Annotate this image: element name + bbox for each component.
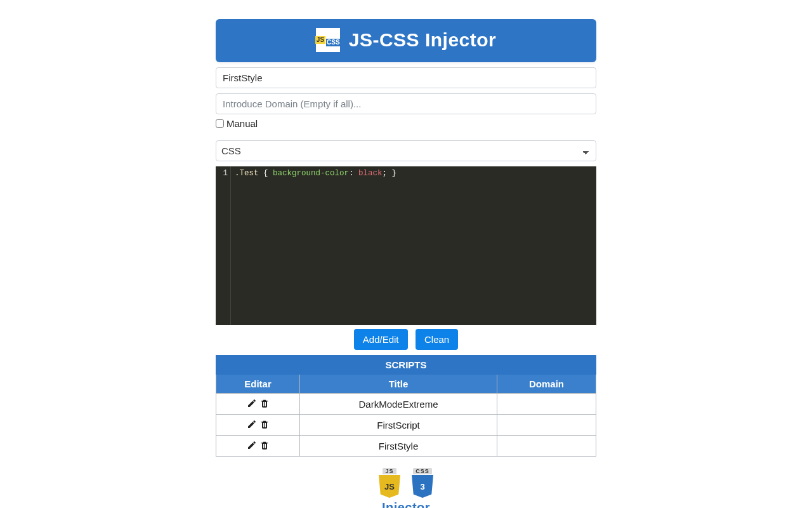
app-header: JS CSS JS-CSS Injector xyxy=(216,19,596,62)
code-colon: : xyxy=(349,169,358,178)
js-badge-icon: JS xyxy=(315,36,325,44)
scripts-table: SCRIPTS Editar Title Domain DarkModeExtr… xyxy=(216,355,596,457)
table-row: FirstStyle xyxy=(216,436,596,457)
css-shield-icon: 3 xyxy=(412,475,433,498)
domain-cell xyxy=(497,436,596,457)
manual-checkbox-row[interactable]: Manual xyxy=(216,118,596,129)
manual-label: Manual xyxy=(226,118,258,129)
title-cell: FirstScript xyxy=(300,415,497,436)
footer-title: Injector xyxy=(216,500,596,508)
code-open: { xyxy=(259,169,273,178)
table-row: FirstScript xyxy=(216,415,596,436)
edit-icon[interactable] xyxy=(246,418,258,430)
code-editor[interactable]: 1 .Test { background-color: black; } xyxy=(216,166,596,325)
js-shield-icon: JS xyxy=(379,475,400,498)
code-selector: .Test xyxy=(235,169,259,178)
editor-content[interactable]: .Test { background-color: black; } xyxy=(231,166,596,325)
edit-cell xyxy=(216,436,300,457)
edit-cell xyxy=(216,415,300,436)
table-row: DarkModeExtreme xyxy=(216,394,596,415)
title-input[interactable] xyxy=(216,67,596,88)
footer: JS JS CSS 3 Injector abcelearning.com xyxy=(216,468,596,508)
code-value: black xyxy=(358,169,383,178)
code-end: ; } xyxy=(383,169,397,178)
edit-icon[interactable] xyxy=(246,398,258,409)
title-cell: DarkModeExtreme xyxy=(300,394,497,415)
css-label: CSS xyxy=(413,468,432,474)
line-number: 1 xyxy=(216,169,228,178)
table-caption: SCRIPTS xyxy=(216,356,596,375)
domain-cell xyxy=(497,415,596,436)
delete-icon[interactable] xyxy=(259,398,270,409)
delete-icon[interactable] xyxy=(259,418,270,430)
col-title: Title xyxy=(300,375,497,394)
domain-input[interactable] xyxy=(216,93,596,114)
domain-cell xyxy=(497,394,596,415)
edit-icon[interactable] xyxy=(246,439,258,451)
css-badge-icon: CSS xyxy=(326,39,341,46)
app-title: JS-CSS Injector xyxy=(349,29,497,51)
type-select[interactable]: CSS xyxy=(216,140,596,161)
add-edit-button[interactable]: Add/Edit xyxy=(354,329,408,350)
js-logo: JS JS xyxy=(379,468,400,498)
code-prop: background-color xyxy=(273,169,349,178)
delete-icon[interactable] xyxy=(259,439,270,451)
css-logo: CSS 3 xyxy=(412,468,433,498)
title-cell: FirstStyle xyxy=(300,436,497,457)
clean-button[interactable]: Clean xyxy=(416,329,458,350)
col-domain: Domain xyxy=(497,375,596,394)
action-buttons: Add/Edit Clean xyxy=(216,329,596,350)
edit-cell xyxy=(216,394,300,415)
editor-gutter: 1 xyxy=(216,166,231,325)
manual-checkbox[interactable] xyxy=(216,119,224,128)
js-label: JS xyxy=(383,468,396,474)
col-editar: Editar xyxy=(216,375,300,394)
app-logo: JS CSS xyxy=(316,28,340,52)
